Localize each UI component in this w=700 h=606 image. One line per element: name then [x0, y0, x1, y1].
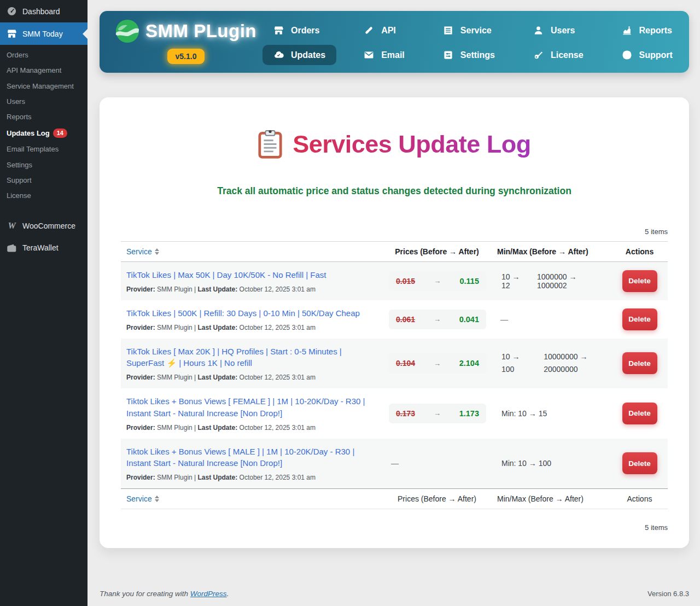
sidebar-subitem-reports[interactable]: Reports — [0, 109, 88, 125]
sidebar-subitem-api-management[interactable]: API Management — [0, 63, 88, 78]
minmax-value: 10 → 10010000000 → 20000000 — [497, 351, 606, 376]
updates-table: Service Prices (Before → After) Min/Max … — [121, 241, 668, 509]
service-link[interactable]: TikTok Likes [ Max 20K ] | HQ Profiles |… — [126, 346, 377, 370]
sidebar-subitem-updates-log[interactable]: Updates Log14 — [0, 125, 88, 142]
nav-service[interactable]: Service — [432, 20, 506, 40]
minmax-value: Min: 10 → 100 — [497, 459, 551, 468]
sidebar-subitem-email-templates[interactable]: Email Templates — [0, 142, 88, 157]
arrow-icon: → — [434, 315, 441, 323]
minmax-value: Min: 10 → 15 — [497, 409, 547, 418]
price-change: — — [388, 459, 399, 468]
lightning-icon: ⚡ — [166, 358, 177, 368]
sidebar-item-woocommerce[interactable]: W WooCommerce — [0, 215, 88, 237]
version-badge: v5.1.0 — [167, 49, 205, 64]
sort-service-footer[interactable]: Service — [126, 494, 159, 503]
arrow-icon: → — [434, 409, 441, 417]
minmax-header: Min/Max (Before → After) — [492, 242, 611, 262]
service-meta: Provider: SMM Plugin | Last Update: Octo… — [126, 474, 377, 481]
nav-email[interactable]: Email — [353, 45, 416, 65]
service-meta: Provider: SMM Plugin | Last Update: Octo… — [126, 424, 377, 432]
service-meta: Provider: SMM Plugin | Last Update: Octo… — [126, 374, 377, 381]
key-icon — [533, 50, 544, 60]
nav-orders[interactable]: Orders — [262, 20, 336, 40]
arrow-icon: → — [434, 277, 441, 285]
brand-title: SMM PLugin — [145, 21, 256, 42]
delete-button[interactable]: Delete — [622, 452, 657, 474]
sidebar-subitem-license[interactable]: License — [0, 188, 88, 203]
nav-license[interactable]: License — [522, 45, 594, 65]
delete-button[interactable]: Delete — [622, 308, 657, 330]
sort-icon — [155, 496, 159, 502]
sidebar-item-label: SMM Today — [22, 30, 63, 38]
service-link[interactable]: TikTok Likes | 500K | Refill: 30 Days | … — [126, 307, 377, 319]
delete-button[interactable]: Delete — [622, 403, 657, 424]
price-change: 0.173→1.173 — [389, 404, 486, 423]
wp-admin-sidebar: Dashboard SMM Today Orders API Managemen… — [0, 0, 88, 606]
table-row: TikTok Likes [ Max 20K ] | HQ Profiles |… — [121, 339, 668, 389]
store-icon — [7, 28, 17, 39]
cloud-check-icon — [273, 50, 284, 60]
table-row: TikTok Likes | 500K | Refill: 30 Days | … — [121, 300, 668, 339]
price-change: 0.104→2.104 — [389, 353, 486, 373]
brand-block: SMM PLugin v5.1.0 — [115, 19, 257, 64]
nav-settings[interactable]: Settings — [432, 45, 506, 65]
minmax-value: 10 → 121000000 → 1000002 — [497, 272, 606, 290]
nav-api[interactable]: API — [353, 20, 416, 40]
nav-users[interactable]: Users — [522, 20, 594, 40]
sidebar-subitem-users[interactable]: Users — [0, 94, 88, 109]
nav-reports[interactable]: Reports — [611, 20, 684, 40]
price-change: 0.015→0.115 — [389, 271, 486, 291]
table-row: TikTok Likes | Max 50K | Day 10K/50K - N… — [121, 262, 668, 300]
sidebar-item-label: WooCommerce — [22, 222, 75, 230]
service-link[interactable]: TikTok Likes | Max 50K | Day 10K/50K - N… — [126, 269, 377, 281]
actions-header: Actions — [611, 242, 668, 262]
sidebar-item-label: TeraWallet — [22, 243, 59, 252]
page-title-row: Services Update Log — [121, 129, 668, 159]
store-icon — [273, 25, 284, 36]
sidebar-subitem-orders[interactable]: Orders — [0, 48, 88, 63]
service-meta: Provider: SMM Plugin | Last Update: Octo… — [126, 324, 377, 331]
sidebar-subitem-service-management[interactable]: Service Management — [0, 79, 88, 94]
chart-icon — [622, 25, 632, 36]
sliders-icon — [443, 50, 453, 60]
delete-button[interactable]: Delete — [622, 352, 657, 374]
envelope-icon — [364, 50, 374, 60]
service-meta: Provider: SMM Plugin | Last Update: Octo… — [126, 285, 377, 293]
life-ring-icon — [622, 50, 632, 60]
sidebar-item-smm-today[interactable]: SMM Today — [0, 22, 88, 45]
delete-button[interactable]: Delete — [622, 270, 657, 292]
service-link[interactable]: Tiktok Likes + Bonus Views [ FEMALE ] | … — [126, 395, 377, 419]
wallet-icon — [7, 243, 17, 253]
sidebar-subitem-support[interactable]: Support — [0, 173, 88, 188]
sidebar-item-terawallet[interactable]: TeraWallet — [0, 237, 88, 259]
link-icon — [364, 25, 374, 36]
woocommerce-icon: W — [7, 221, 17, 231]
minmax-value: — — [497, 315, 508, 324]
prices-header: Prices (Before → After) — [382, 242, 492, 262]
page-title: Services Update Log — [293, 130, 531, 159]
header-nav: Orders API Service Users Reports Updates… — [262, 20, 684, 65]
items-count-top: 5 items — [121, 228, 668, 236]
nav-support[interactable]: Support — [611, 45, 684, 65]
table-footer-row: Service Prices (Before → After) Min/Max … — [121, 489, 668, 509]
wordpress-link[interactable]: WordPress — [190, 590, 227, 598]
footer-version: Version 6.8.3 — [648, 590, 689, 598]
admin-footer: Thank you for creating with WordPress. V… — [100, 590, 689, 598]
sidebar-item-label: Dashboard — [22, 7, 60, 16]
sort-service-header[interactable]: Service — [126, 247, 159, 256]
list-icon — [443, 25, 453, 36]
smm-logo-icon — [115, 19, 140, 44]
items-count-bottom: 5 items — [121, 523, 668, 532]
arrow-icon: → — [434, 359, 441, 368]
dashboard-icon — [7, 6, 17, 16]
sidebar-subitem-settings[interactable]: Settings — [0, 158, 88, 173]
nav-updates[interactable]: Updates — [262, 45, 336, 65]
table-header-row: Service Prices (Before → After) Min/Max … — [121, 242, 668, 262]
page-subtitle: Track all automatic price and status cha… — [121, 185, 668, 197]
service-link[interactable]: Tiktok Likes + Bonus Views [ MALE ] | 1M… — [126, 446, 377, 470]
smm-submenu: Orders API Management Service Management… — [0, 45, 88, 211]
sidebar-divider — [0, 211, 88, 215]
user-icon — [533, 25, 544, 36]
sidebar-item-dashboard[interactable]: Dashboard — [0, 0, 88, 22]
table-row: Tiktok Likes + Bonus Views [ FEMALE ] | … — [121, 388, 668, 439]
